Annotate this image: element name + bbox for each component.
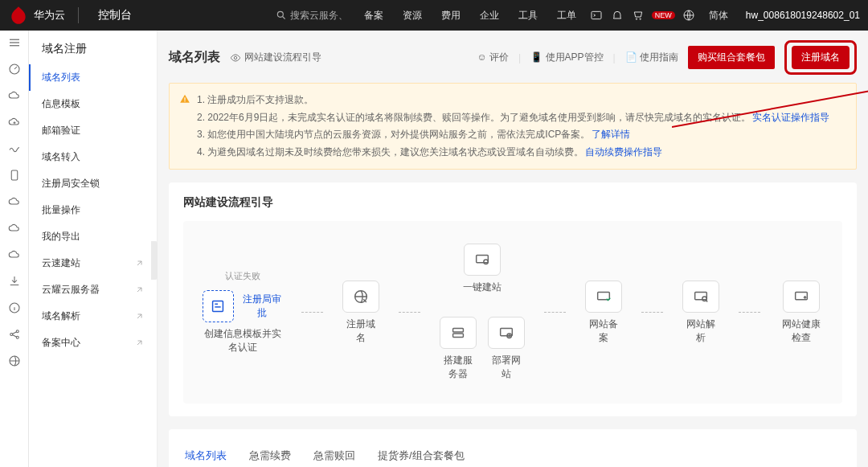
top-bar: 华为云 控制台 搜索云服务、 备案 资源 费用 企业 工具 工单 NEW 简体 … [0,0,868,31]
page-header: 域名列表 网站建设流程引导 ☺ 评价 | 📱 使用APP管控 | 📄 使用指南 … [169,40,857,75]
flow-title: 网站建设流程引导 [183,195,842,210]
eval-link[interactable]: ☺ 评价 [477,51,509,64]
step1-sub-label: 注册局审批 [242,293,282,320]
info-icon[interactable] [7,301,22,317]
cart-icon[interactable] [631,8,645,23]
external-link-icon [134,338,144,348]
flow-branch: 一键建站 搭建服务器 部署网站 [440,244,525,381]
flow-step-template[interactable]: 认证失败 注册局审批 创建信息模板并实名认证 [203,270,282,354]
top-link-fee[interactable]: 费用 [435,9,467,23]
register-domain-highlight: 注册域名 [784,40,857,75]
external-link-icon [134,259,144,268]
cloud3-icon[interactable] [7,221,22,238]
cloud2-icon[interactable] [7,195,22,211]
nav-item-batch[interactable]: 批量操作 [29,197,157,223]
svg-rect-30 [695,292,707,299]
flow-branch-deploy[interactable]: 部署网站 [488,317,525,381]
autorenew-guide-link[interactable]: 自动续费操作指导 [585,146,662,158]
side-nav: 域名注册 域名列表 信息模板 邮箱验证 域名转入 注册局安全锁 批量操作 我的导… [29,31,158,467]
flow-step-beian[interactable]: 网站备案 [585,281,622,345]
top-link-ticket[interactable]: 工单 [551,9,583,23]
flow-step-register[interactable]: 注册域名 [342,281,379,345]
tab-renew[interactable]: 急需续费 [248,442,293,467]
download-icon[interactable] [7,274,22,291]
menu-icon[interactable] [7,35,22,52]
globe2-icon[interactable] [7,354,22,371]
flow-branch-onekey[interactable]: 一键建站 [440,244,525,294]
cloud4-icon[interactable] [7,248,22,264]
nav-item-email[interactable]: 邮箱验证 [29,117,157,144]
guide-toggle[interactable]: 网站建设流程引导 [230,51,321,64]
svg-rect-23 [477,256,489,263]
svg-rect-27 [501,329,513,336]
cloudshell-icon[interactable] [589,8,604,23]
dashboard-icon[interactable] [7,62,22,79]
buy-package-button[interactable]: 购买组合套餐包 [688,46,775,69]
external-link-icon [134,285,144,295]
new-badge: NEW [652,11,675,19]
svg-rect-19 [213,301,223,312]
app-link[interactable]: 📱 使用APP管控 [530,51,603,64]
svg-rect-2 [592,11,601,18]
svg-line-32 [706,300,707,301]
svg-point-0 [277,11,283,17]
icon-rail [0,31,29,467]
brand-text: 华为云 [34,8,65,23]
svg-rect-26 [453,334,464,338]
nav-item-beian[interactable]: 备案中心 [29,330,157,356]
cloud-icon[interactable] [7,88,22,105]
nav-item-lock[interactable]: 注册局安全锁 [29,170,157,197]
nav-item-template[interactable]: 信息模板 [29,91,157,117]
tab-redeem[interactable]: 急需赎回 [312,442,357,467]
manual-link[interactable]: 📄 使用指南 [625,51,678,64]
content-area: 域名列表 网站建设流程引导 ☺ 评价 | 📱 使用APP管控 | 📄 使用指南 … [158,31,868,467]
console-button[interactable]: 控制台 [92,8,138,23]
top-link-resource[interactable]: 资源 [396,9,428,23]
wave-icon[interactable] [7,141,22,158]
nav-item-cloudsite[interactable]: 云速建站 [29,250,157,277]
top-link-tool[interactable]: 工具 [512,9,544,23]
lang-switch[interactable]: 简体 [702,9,735,23]
flow-step-dns[interactable]: 网站解析 [682,281,719,345]
globe-icon[interactable] [682,8,696,23]
register-domain-button[interactable]: 注册域名 [792,46,850,69]
top-search[interactable]: 搜索云服务、 [276,9,348,23]
nav-item-hecs[interactable]: 云耀云服务器 [29,277,157,303]
svg-rect-18 [184,100,185,101]
external-link-icon [134,312,144,322]
top-link-beian[interactable]: 备案 [358,9,390,23]
auth-fail-label: 认证失败 [225,270,260,282]
device-icon[interactable] [7,168,22,185]
search-icon [276,10,287,21]
user-id[interactable]: hw_008618019248602_01 [746,10,860,21]
tab-voucher[interactable]: 提货券/组合套餐包 [376,442,466,467]
brand-block: 华为云 [8,5,65,26]
svg-point-4 [640,18,641,19]
side-nav-title: 域名注册 [29,42,157,64]
svg-point-16 [234,56,237,59]
svg-rect-17 [184,97,185,100]
share-icon[interactable] [7,327,22,344]
nav-item-domain-list[interactable]: 域名列表 [29,64,157,91]
top-link-enterprise[interactable]: 企业 [473,9,506,23]
icp-detail-link[interactable]: 了解详情 [592,129,630,140]
svg-line-1 [283,17,285,19]
nav-item-transfer[interactable]: 域名转入 [29,144,157,170]
svg-point-24 [484,260,489,264]
flow-step-health[interactable]: 网站健康检查 [780,281,823,345]
list-panel: 域名列表 急需续费 急需赎回 提货券/组合套餐包 您还可以注册99,999个域名… [169,429,857,467]
nav-item-export[interactable]: 我的导出 [29,223,157,250]
flow-branch-server[interactable]: 搭建服务器 [440,317,477,381]
tab-domain-list[interactable]: 域名列表 [183,442,228,467]
svg-point-14 [16,336,18,338]
nav-collapse-handle[interactable] [151,241,158,280]
realname-guide-link[interactable]: 实名认证操作指导 [752,112,829,123]
bell-icon[interactable] [610,8,624,23]
cloud-plus-icon[interactable] [7,115,22,132]
eye-icon [230,52,241,63]
warning-icon [179,93,190,104]
nav-item-dns[interactable]: 域名解析 [29,303,157,330]
svg-point-3 [636,18,637,19]
huawei-logo-icon [8,5,29,26]
svg-rect-25 [453,329,464,333]
